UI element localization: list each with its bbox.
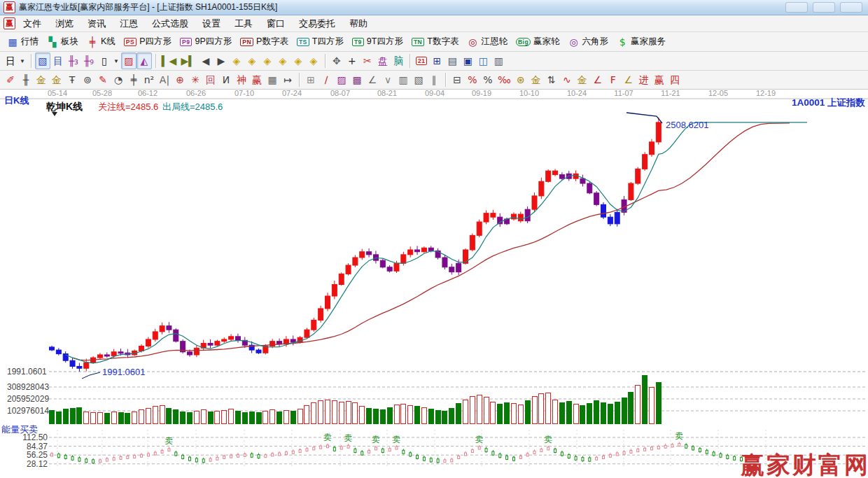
trend-angle-tool[interactable]: ∠ [365,71,380,88]
first-page-button[interactable]: ▍◀ [160,52,179,69]
t9-square-button[interactable]: T99T四方形 [348,34,407,50]
zigzag-tool[interactable]: ∨ [380,71,396,88]
menu-news[interactable]: 资讯 [80,16,113,31]
gann-wheel-button[interactable]: ◎江恩轮 [463,34,512,50]
minimize-button[interactable] [785,2,808,13]
compress-time-button[interactable]: ◈ [229,52,244,69]
f10-info-button[interactable]: 目 [50,52,66,69]
p-number-table-button[interactable]: PNP数字表 [236,34,293,50]
menu-window[interactable]: 窗口 [260,16,292,31]
price-grid-tool[interactable]: ▦ [265,71,280,88]
advance-tool[interactable]: 进 [636,71,652,88]
quotes-button[interactable]: ▦行情 [3,34,43,50]
menu-tools[interactable]: 工具 [227,16,260,31]
gold-price-tool[interactable]: 金 [34,71,49,88]
period-daily-button-dropdown-icon[interactable]: ▼ [20,58,25,64]
magic-tool[interactable]: 神 [234,71,249,88]
kline-button[interactable]: ╪K线 [83,34,120,50]
span-measure-tool[interactable]: ↦ [280,71,295,88]
spiral-tool[interactable]: ⊚ [80,71,95,88]
shadow-grid-tool[interactable]: ▧ [411,71,426,88]
chart-region[interactable]: 05-1405-2806-1206-2607-1007-2408-0708-21… [0,90,868,478]
gold-band-tool[interactable]: 金 [528,71,544,88]
calendar-button[interactable]: 21 [414,52,429,69]
gold-time-tool[interactable]: 金 [49,71,64,88]
winner-tool[interactable]: 赢 [249,71,265,88]
percent-tool[interactable]: % [480,71,496,88]
t-number-table-button[interactable]: TNT数字表 [407,34,463,50]
percent-zone-tool[interactable]: % [465,71,480,88]
fan-line-tool[interactable]: ∕ [318,71,334,88]
menu-trade-order[interactable]: 交易委托 [292,16,342,31]
crosshair-button[interactable]: + [344,52,360,69]
menu-settings[interactable]: 设置 [195,16,227,31]
pointer-draw-tool[interactable]: ✐ [3,71,18,88]
gann-wheel-small-button[interactable]: 盘 [375,52,391,69]
sectors-button[interactable]: ▚板块 [43,34,83,50]
main-chart-svg[interactable]: 05-1405-2806-1206-2607-1007-2408-0708-21… [0,90,868,478]
star-radiation-tool[interactable]: ✳ [188,71,203,88]
winner-wheel-button[interactable]: Big赢家轮 [512,34,564,50]
t-square-button[interactable]: TST四方形 [293,34,348,50]
expand-price-button[interactable]: ◈ [275,52,290,69]
wave-count-tool[interactable]: И [218,71,234,88]
wave-band-tool[interactable]: ∿ [559,71,575,88]
gann-target-tool[interactable]: ⊕ [172,71,188,88]
gold-target-tool[interactable]: 金 [575,71,590,88]
j-angle-tool[interactable]: ∠ [590,71,606,88]
calculator-button[interactable]: ⊞ [429,52,444,69]
last-page-button[interactable]: ▶▍ [178,52,198,69]
parallel-channel-tool[interactable]: ∥ [426,71,442,88]
volume-analysis-button[interactable]: ◭ [136,52,152,69]
angle-draw-tool[interactable]: ✎ [95,71,111,88]
print-button[interactable]: ▥ [491,52,506,69]
square-spiral-tool[interactable]: 回 [203,71,218,88]
delete-drawing-button[interactable]: ✂ [360,52,375,69]
stats-measure-tool[interactable]: ⊟ [449,71,465,88]
restore-scale-button[interactable]: ◈ [290,52,306,69]
winner-service-button[interactable]: $赢家服务 [612,34,670,50]
main-chart-view-button[interactable]: ▧ [35,52,50,69]
gold-circle-tool[interactable]: ⊛ [513,71,528,88]
period-daily-button[interactable]: 日▼ [3,52,27,69]
gold-angle-tool[interactable]: ∠ [621,71,636,88]
expand-time-button[interactable]: ◈ [244,52,260,69]
trade-notes-button[interactable]: ▤ [444,52,460,69]
time-cycle-tool[interactable]: ◔ [111,71,126,88]
menu-browse[interactable]: 浏览 [48,16,80,31]
smart-brain-button[interactable]: 脑 [391,52,406,69]
candle-style-button-dropdown-icon[interactable]: ▼ [113,58,119,64]
menu-help[interactable]: 帮助 [342,16,374,31]
menu-gann[interactable]: 江恩 [113,16,145,31]
nine-chart-button[interactable]: ╫₉ [81,52,97,69]
percent-lines-tool[interactable]: ‰ [496,71,513,88]
fit-all-button[interactable]: ◈ [306,52,321,69]
four-square-tool[interactable]: 四 [667,71,682,88]
pan-hand-button[interactable]: ✥ [329,52,344,69]
compress-price-button[interactable]: ◈ [260,52,275,69]
save-button[interactable]: ▣ [460,52,475,69]
time-ruler-tool[interactable]: ╫ [18,71,34,88]
p-square-button[interactable]: PSP四方形 [120,34,176,50]
trade-mark-tool[interactable]: ⇅ [544,71,559,88]
rect-box-tool[interactable]: ⊞ [303,71,318,88]
p9-square-button[interactable]: P99P四方形 [176,34,236,50]
hexagon-button[interactable]: ◎六角形 [564,34,613,50]
menu-file[interactable]: 文件 [16,16,48,31]
gann-grid-tool[interactable]: ▩ [349,71,365,88]
win-band-tool[interactable]: 赢 [652,71,667,88]
qiankun-kline-button[interactable]: ▨ [121,52,136,69]
grid-ruler-tool[interactable]: ╪ [126,71,141,88]
candle-style-button[interactable]: ▯▼ [97,52,121,69]
mirror-line-tool[interactable]: A| [157,71,172,88]
maximize-button[interactable] [813,2,835,13]
three-chart-button[interactable]: ╫₃ [66,52,81,69]
close-button[interactable] [840,2,862,13]
price-matrix-tool[interactable]: ▥ [396,71,411,88]
next-bar-button[interactable]: ▶ [214,52,229,69]
fibonacci-tool[interactable]: Ŧ [64,71,80,88]
square-of-nine-tool[interactable]: n² [141,71,157,88]
menu-formula-stock-pick[interactable]: 公式选股 [145,16,195,31]
prev-bar-button[interactable]: ◀ [198,52,214,69]
f-angle-tool[interactable]: F [606,71,621,88]
